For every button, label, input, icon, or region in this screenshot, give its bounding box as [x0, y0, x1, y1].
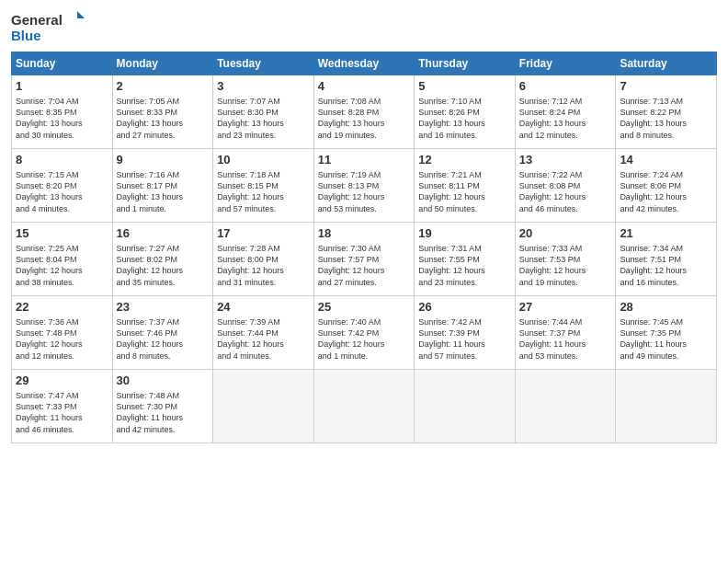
day-info: Sunrise: 7:27 AM Sunset: 8:02 PM Dayligh… — [117, 243, 210, 288]
calendar-cell: 27Sunrise: 7:44 AM Sunset: 7:37 PM Dayli… — [515, 296, 616, 370]
day-info: Sunrise: 7:07 AM Sunset: 8:30 PM Dayligh… — [217, 96, 310, 141]
day-info: Sunrise: 7:08 AM Sunset: 8:28 PM Dayligh… — [318, 96, 411, 141]
calendar-cell: 19Sunrise: 7:31 AM Sunset: 7:55 PM Dayli… — [415, 223, 516, 296]
calendar-cell: 9Sunrise: 7:16 AM Sunset: 8:17 PM Daylig… — [112, 149, 213, 223]
week-row-4: 22Sunrise: 7:36 AM Sunset: 7:48 PM Dayli… — [12, 296, 717, 370]
calendar-cell — [616, 370, 717, 443]
calendar-cell: 23Sunrise: 7:37 AM Sunset: 7:46 PM Dayli… — [112, 296, 213, 370]
calendar-cell: 8Sunrise: 7:15 AM Sunset: 8:20 PM Daylig… — [12, 149, 113, 223]
calendar-cell: 30Sunrise: 7:48 AM Sunset: 7:30 PM Dayli… — [112, 370, 213, 443]
day-info: Sunrise: 7:13 AM Sunset: 8:22 PM Dayligh… — [620, 96, 712, 141]
calendar-table: SundayMondayTuesdayWednesdayThursdayFrid… — [11, 52, 717, 443]
day-info: Sunrise: 7:22 AM Sunset: 8:08 PM Dayligh… — [519, 169, 612, 214]
day-number: 21 — [620, 225, 712, 242]
day-info: Sunrise: 7:19 AM Sunset: 8:13 PM Dayligh… — [318, 169, 411, 214]
week-row-2: 8Sunrise: 7:15 AM Sunset: 8:20 PM Daylig… — [12, 149, 717, 223]
svg-marker-1 — [77, 11, 85, 18]
day-header-wednesday: Wednesday — [313, 52, 415, 75]
day-number: 13 — [519, 152, 612, 168]
day-number: 28 — [620, 299, 712, 316]
calendar-cell: 11Sunrise: 7:19 AM Sunset: 8:13 PM Dayli… — [313, 149, 415, 223]
calendar-cell — [515, 370, 616, 443]
day-header-monday: Monday — [112, 52, 213, 75]
logo-svg: General Blue — [11, 9, 94, 44]
week-row-3: 15Sunrise: 7:25 AM Sunset: 8:04 PM Dayli… — [12, 223, 717, 296]
calendar-cell: 15Sunrise: 7:25 AM Sunset: 8:04 PM Dayli… — [12, 223, 113, 296]
calendar-cell: 16Sunrise: 7:27 AM Sunset: 8:02 PM Dayli… — [112, 223, 213, 296]
day-number: 26 — [418, 299, 511, 316]
day-info: Sunrise: 7:30 AM Sunset: 7:57 PM Dayligh… — [318, 243, 411, 288]
calendar-cell: 28Sunrise: 7:45 AM Sunset: 7:35 PM Dayli… — [616, 296, 717, 370]
day-info: Sunrise: 7:44 AM Sunset: 7:37 PM Dayligh… — [519, 316, 612, 362]
svg-text:Blue: Blue — [11, 28, 41, 43]
day-info: Sunrise: 7:16 AM Sunset: 8:17 PM Dayligh… — [117, 169, 210, 214]
day-info: Sunrise: 7:21 AM Sunset: 8:11 PM Dayligh… — [418, 169, 511, 214]
calendar-cell: 18Sunrise: 7:30 AM Sunset: 7:57 PM Dayli… — [313, 223, 415, 296]
calendar-cell: 5Sunrise: 7:10 AM Sunset: 8:26 PM Daylig… — [415, 75, 516, 149]
day-number: 23 — [117, 299, 210, 316]
day-headers-row: SundayMondayTuesdayWednesdayThursdayFrid… — [12, 52, 717, 75]
calendar-cell: 13Sunrise: 7:22 AM Sunset: 8:08 PM Dayli… — [515, 149, 616, 223]
day-number: 2 — [117, 78, 210, 95]
day-info: Sunrise: 7:12 AM Sunset: 8:24 PM Dayligh… — [519, 96, 612, 141]
calendar-body: 1Sunrise: 7:04 AM Sunset: 8:35 PM Daylig… — [12, 75, 717, 443]
day-info: Sunrise: 7:47 AM Sunset: 7:33 PM Dayligh… — [16, 390, 108, 435]
day-number: 5 — [418, 78, 511, 95]
day-number: 1 — [16, 78, 108, 95]
calendar-cell — [313, 370, 415, 443]
day-header-saturday: Saturday — [616, 52, 717, 75]
calendar-cell — [415, 370, 516, 443]
day-info: Sunrise: 7:34 AM Sunset: 7:51 PM Dayligh… — [620, 243, 712, 288]
day-info: Sunrise: 7:36 AM Sunset: 7:48 PM Dayligh… — [16, 316, 108, 362]
day-number: 14 — [620, 152, 712, 168]
calendar-cell: 3Sunrise: 7:07 AM Sunset: 8:30 PM Daylig… — [213, 75, 314, 149]
day-number: 17 — [217, 225, 310, 242]
calendar-cell: 14Sunrise: 7:24 AM Sunset: 8:06 PM Dayli… — [616, 149, 717, 223]
day-info: Sunrise: 7:10 AM Sunset: 8:26 PM Dayligh… — [418, 96, 511, 141]
day-header-tuesday: Tuesday — [213, 52, 314, 75]
day-info: Sunrise: 7:33 AM Sunset: 7:53 PM Dayligh… — [519, 243, 612, 288]
day-number: 3 — [217, 78, 310, 95]
day-number: 24 — [217, 299, 310, 316]
day-number: 19 — [418, 225, 511, 242]
day-number: 7 — [620, 78, 712, 95]
day-number: 12 — [418, 152, 511, 168]
calendar-cell: 26Sunrise: 7:42 AM Sunset: 7:39 PM Dayli… — [415, 296, 516, 370]
day-header-thursday: Thursday — [415, 52, 516, 75]
main-container: General Blue SundayMondayTuesdayWednesda… — [0, 0, 728, 451]
day-info: Sunrise: 7:39 AM Sunset: 7:44 PM Dayligh… — [217, 316, 310, 362]
day-info: Sunrise: 7:42 AM Sunset: 7:39 PM Dayligh… — [418, 316, 511, 362]
day-info: Sunrise: 7:15 AM Sunset: 8:20 PM Dayligh… — [16, 169, 108, 214]
day-info: Sunrise: 7:31 AM Sunset: 7:55 PM Dayligh… — [418, 243, 511, 288]
calendar-cell: 2Sunrise: 7:05 AM Sunset: 8:33 PM Daylig… — [112, 75, 213, 149]
day-number: 25 — [318, 299, 411, 316]
calendar-cell: 17Sunrise: 7:28 AM Sunset: 8:00 PM Dayli… — [213, 223, 314, 296]
day-number: 18 — [318, 225, 411, 242]
day-info: Sunrise: 7:05 AM Sunset: 8:33 PM Dayligh… — [117, 96, 210, 141]
calendar-cell: 6Sunrise: 7:12 AM Sunset: 8:24 PM Daylig… — [515, 75, 616, 149]
day-info: Sunrise: 7:40 AM Sunset: 7:42 PM Dayligh… — [318, 316, 411, 362]
calendar-cell: 1Sunrise: 7:04 AM Sunset: 8:35 PM Daylig… — [12, 75, 113, 149]
day-info: Sunrise: 7:37 AM Sunset: 7:46 PM Dayligh… — [117, 316, 210, 362]
calendar-cell: 12Sunrise: 7:21 AM Sunset: 8:11 PM Dayli… — [415, 149, 516, 223]
day-number: 10 — [217, 152, 310, 168]
day-number: 11 — [318, 152, 411, 168]
week-row-5: 29Sunrise: 7:47 AM Sunset: 7:33 PM Dayli… — [12, 370, 717, 443]
day-info: Sunrise: 7:48 AM Sunset: 7:30 PM Dayligh… — [117, 390, 210, 435]
day-number: 27 — [519, 299, 612, 316]
calendar-cell: 10Sunrise: 7:18 AM Sunset: 8:15 PM Dayli… — [213, 149, 314, 223]
calendar-cell: 24Sunrise: 7:39 AM Sunset: 7:44 PM Dayli… — [213, 296, 314, 370]
day-header-friday: Friday — [515, 52, 616, 75]
svg-text:General: General — [11, 12, 63, 28]
header: General Blue — [11, 9, 717, 44]
calendar-cell: 20Sunrise: 7:33 AM Sunset: 7:53 PM Dayli… — [515, 223, 616, 296]
week-row-1: 1Sunrise: 7:04 AM Sunset: 8:35 PM Daylig… — [12, 75, 717, 149]
day-header-sunday: Sunday — [12, 52, 113, 75]
day-number: 4 — [318, 78, 411, 95]
calendar-cell: 22Sunrise: 7:36 AM Sunset: 7:48 PM Dayli… — [12, 296, 113, 370]
day-number: 30 — [117, 373, 210, 389]
day-number: 8 — [16, 152, 108, 168]
day-info: Sunrise: 7:28 AM Sunset: 8:00 PM Dayligh… — [217, 243, 310, 288]
calendar-cell: 21Sunrise: 7:34 AM Sunset: 7:51 PM Dayli… — [616, 223, 717, 296]
day-number: 9 — [117, 152, 210, 168]
